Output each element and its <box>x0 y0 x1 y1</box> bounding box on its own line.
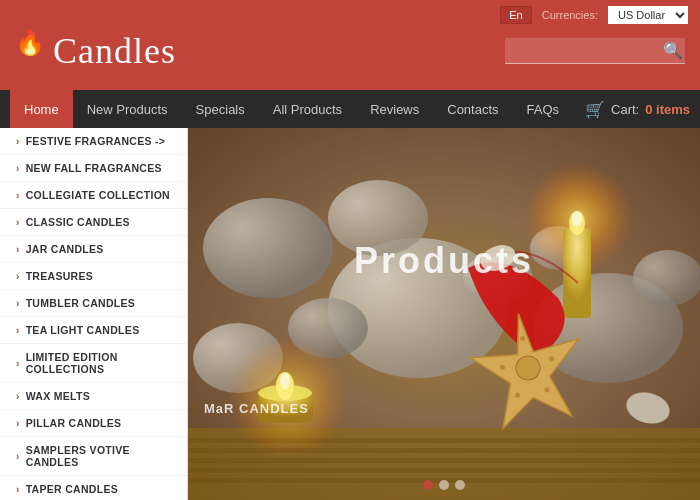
nav-item-home[interactable]: Home <box>10 90 73 128</box>
sidebar-item-label: WAX MELTS <box>26 390 90 402</box>
sidebar-item-samplers[interactable]: › SAMPLERS VOTIVE CANDLES <box>0 437 187 476</box>
header-top-bar: En Currencies: US Dollar <box>0 0 700 30</box>
search-area: 🔍 <box>505 38 685 64</box>
slider-dot-1[interactable] <box>423 480 433 490</box>
chevron-right-icon: › <box>16 298 20 309</box>
nav-item-contacts[interactable]: Contacts <box>433 90 512 128</box>
lang-button[interactable]: En <box>500 6 531 24</box>
sidebar-item-collegiate[interactable]: › COLLEGIATE COLLECTION <box>0 182 187 209</box>
sidebar-item-label: JAR CANDLES <box>26 243 104 255</box>
sidebar-item-label: FESTIVE FRAGRANCES -> <box>26 135 166 147</box>
sidebar-item-label: NEW FALL FRAGRANCES <box>26 162 162 174</box>
cart-area[interactable]: 🛒 Cart: 0 items <box>585 100 690 119</box>
sidebar-item-pillar[interactable]: › PILLAR CANDLES <box>0 410 187 437</box>
chevron-right-icon: › <box>16 244 20 255</box>
cart-count: 0 items <box>645 102 690 117</box>
search-button[interactable]: 🔍 <box>663 41 683 60</box>
sidebar-item-limited[interactable]: › LIMITED EDITION COLLECTIONS <box>0 344 187 383</box>
sidebar-item-festive[interactable]: › FESTIVE FRAGRANCES -> <box>0 128 187 155</box>
svg-point-20 <box>572 211 582 227</box>
chevron-right-icon: › <box>16 358 20 369</box>
svg-rect-6 <box>188 468 700 473</box>
svg-point-25 <box>280 373 290 389</box>
chevron-right-icon: › <box>16 451 20 462</box>
sidebar-item-label: PILLAR CANDLES <box>26 417 122 429</box>
nav-item-reviews[interactable]: Reviews <box>356 90 433 128</box>
header-main: 🔥 Candles 🔍 <box>0 30 700 72</box>
sidebar-item-wax-melts[interactable]: › WAX MELTS <box>0 383 187 410</box>
chevron-right-icon: › <box>16 217 20 228</box>
sidebar-item-treasures[interactable]: › TREASURES <box>0 263 187 290</box>
sidebar-item-label: COLLEGIATE COLLECTION <box>26 189 170 201</box>
hero-image: Products MaR CANDLES <box>188 128 700 500</box>
header: En Currencies: US Dollar 🔥 Candles 🔍 <box>0 0 700 90</box>
slider-dot-3[interactable] <box>455 480 465 490</box>
chevron-right-icon: › <box>16 271 20 282</box>
chevron-right-icon: › <box>16 325 20 336</box>
sidebar-item-label: TEA LIGHT CANDLES <box>26 324 140 336</box>
hero-area: Products MaR CANDLES <box>188 128 700 500</box>
slider-dot-2[interactable] <box>439 480 449 490</box>
sidebar-item-taper[interactable]: › TAPER CANDLES <box>0 476 187 500</box>
cart-label: Cart: <box>611 102 639 117</box>
sidebar-item-label: TREASURES <box>26 270 93 282</box>
logo-text: Candles <box>53 30 176 72</box>
sidebar-item-tea-light[interactable]: › TEA LIGHT CANDLES <box>0 317 187 344</box>
main-content: › FESTIVE FRAGRANCES -> › NEW FALL FRAGR… <box>0 128 700 500</box>
sidebar-item-new-fall[interactable]: › NEW FALL FRAGRANCES <box>0 155 187 182</box>
currencies-label: Currencies: <box>542 9 598 21</box>
chevron-right-icon: › <box>16 418 20 429</box>
sidebar-item-label: SAMPLERS VOTIVE CANDLES <box>26 444 177 468</box>
svg-point-15 <box>633 250 700 306</box>
svg-text:Products: Products <box>354 240 534 281</box>
sidebar-item-label: TUMBLER CANDLES <box>26 297 136 309</box>
logo-area: 🔥 Candles <box>15 30 176 72</box>
cart-icon: 🛒 <box>585 100 605 119</box>
svg-rect-5 <box>188 458 700 463</box>
sidebar: › FESTIVE FRAGRANCES -> › NEW FALL FRAGR… <box>0 128 188 500</box>
sidebar-item-label: LIMITED EDITION COLLECTIONS <box>26 351 177 375</box>
chevron-right-icon: › <box>16 391 20 402</box>
sidebar-item-label: CLASSIC CANDLES <box>26 216 130 228</box>
sidebar-item-tumbler[interactable]: › TUMBLER CANDLES <box>0 290 187 317</box>
navbar: Home New Products Specials All Products … <box>0 90 700 128</box>
chevron-right-icon: › <box>16 136 20 147</box>
chevron-right-icon: › <box>16 163 20 174</box>
nav-item-specials[interactable]: Specials <box>182 90 259 128</box>
sidebar-item-label: TAPER CANDLES <box>26 483 118 495</box>
nav-links: Home New Products Specials All Products … <box>10 90 573 128</box>
svg-point-9 <box>203 198 333 298</box>
nav-item-all-products[interactable]: All Products <box>259 90 356 128</box>
nav-item-faqs[interactable]: FAQs <box>513 90 574 128</box>
sidebar-item-jar[interactable]: › JAR CANDLES <box>0 236 187 263</box>
chevron-right-icon: › <box>16 190 20 201</box>
slider-dots <box>423 480 465 490</box>
sidebar-item-classic[interactable]: › CLASSIC CANDLES <box>0 209 187 236</box>
nav-item-new-products[interactable]: New Products <box>73 90 182 128</box>
currency-select[interactable]: US Dollar <box>608 6 688 24</box>
search-input[interactable] <box>513 43 663 58</box>
flame-icon: 🔥 <box>15 29 45 57</box>
svg-text:MaR CANDLES: MaR CANDLES <box>204 401 309 416</box>
chevron-right-icon: › <box>16 484 20 495</box>
